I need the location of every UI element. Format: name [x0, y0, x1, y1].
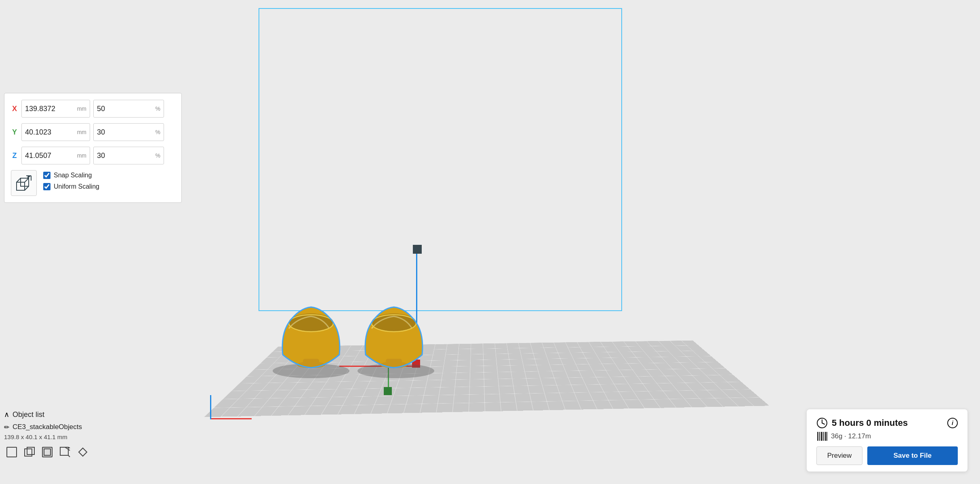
svg-rect-29: [817, 432, 818, 441]
left-panel: X mm % Y mm %: [0, 89, 182, 207]
object-size: 139.8 x 40.1 x 41.1 mm: [4, 433, 90, 440]
svg-rect-33: [825, 432, 826, 441]
object-list-label: Object list: [13, 410, 44, 419]
x-value-input-container[interactable]: mm: [21, 100, 90, 118]
uniform-scaling-checkbox[interactable]: [43, 183, 50, 190]
y-axis-label: Y: [11, 128, 18, 137]
info-panel: 5 hours 0 minutes i 36g · 12.17m Preview…: [806, 409, 968, 472]
z-scale-row: Z mm %: [11, 147, 175, 164]
y-unit-label: mm: [77, 129, 86, 135]
bowls-svg: [259, 290, 461, 379]
obj-icon-btn-3[interactable]: [40, 444, 55, 460]
svg-line-14: [25, 186, 29, 190]
svg-rect-32: [823, 432, 824, 441]
info-detail-text: 36g · 12.17m: [831, 432, 871, 440]
object-icons: [4, 444, 90, 460]
info-actions: Preview Save to File: [816, 446, 958, 465]
uniform-scaling-label: Uniform Scaling: [54, 183, 99, 190]
obj-icon-svg-1: [6, 446, 17, 458]
corner-z-axis: [210, 395, 211, 419]
x-unit-label: mm: [77, 105, 86, 112]
svg-rect-30: [819, 432, 820, 441]
obj-icon-btn-4[interactable]: [57, 444, 73, 460]
obj-icon-svg-4: [59, 446, 71, 458]
checkboxes: Snap Scaling Uniform Scaling: [43, 170, 99, 190]
svg-rect-17: [7, 447, 17, 457]
z-percent-label: %: [156, 152, 160, 159]
snap-scaling-checkbox[interactable]: [43, 172, 50, 179]
y-percent-field[interactable]: [97, 128, 141, 137]
object-name: CE3_stackableObjects: [13, 423, 82, 431]
x-value-field[interactable]: [25, 105, 69, 113]
bottom-left-panel: ∧ Object list ✏ CE3_stackableObjects 139…: [4, 410, 90, 460]
svg-rect-5: [303, 359, 319, 366]
z-unit-label: mm: [77, 152, 86, 159]
z-axis-label: Z: [11, 152, 18, 160]
obj-icon-btn-1[interactable]: [4, 444, 19, 460]
svg-line-12: [17, 178, 21, 182]
pencil-icon: ✏: [4, 423, 9, 431]
x-percent-field[interactable]: [97, 105, 141, 113]
x-percent-input-container[interactable]: %: [93, 100, 164, 118]
obj-icon-btn-5[interactable]: [75, 444, 90, 460]
x-scale-row: X mm %: [11, 100, 175, 118]
chevron-up-icon: ∧: [4, 410, 9, 419]
svg-line-25: [68, 455, 70, 457]
snap-scaling-label: Snap Scaling: [54, 172, 92, 179]
obj-icon-svg-2: [24, 446, 35, 458]
uniform-scaling-row: Uniform Scaling: [43, 183, 99, 190]
wireframe-box: [259, 8, 622, 311]
z-value-input-container[interactable]: mm: [21, 147, 90, 164]
clock-icon: [816, 417, 828, 429]
obj-icon-btn-2[interactable]: [22, 444, 37, 460]
y-percent-label: %: [156, 129, 160, 135]
y-scale-row: Y mm %: [11, 123, 175, 141]
svg-rect-19: [27, 447, 34, 455]
save-button[interactable]: Save to File: [867, 446, 958, 465]
info-time-container: 5 hours 0 minutes: [816, 417, 908, 429]
scale-panel: X mm % Y mm %: [4, 93, 182, 203]
info-time-row: 5 hours 0 minutes i: [816, 417, 958, 429]
z-value-field[interactable]: [25, 152, 69, 160]
obj-icon-svg-3: [42, 446, 53, 458]
info-time-text: 5 hours 0 minutes: [832, 418, 908, 428]
z-percent-input-container[interactable]: %: [93, 147, 164, 164]
handle-green-bottom[interactable]: [384, 387, 392, 395]
svg-rect-34: [826, 432, 827, 441]
scale-icon-svg: [16, 175, 32, 191]
y-value-input-container[interactable]: mm: [21, 123, 90, 141]
snap-scaling-row: Snap Scaling: [43, 172, 99, 179]
x-percent-label: %: [156, 105, 160, 112]
x-axis-label: X: [11, 105, 18, 113]
scale-icon-box: [11, 170, 37, 196]
preview-button[interactable]: Preview: [816, 446, 862, 465]
options-row: Snap Scaling Uniform Scaling: [11, 170, 175, 196]
object-item: ✏ CE3_stackableObjects: [4, 423, 90, 431]
svg-rect-9: [386, 359, 402, 366]
obj-icon-svg-5: [77, 446, 88, 458]
y-value-field[interactable]: [25, 128, 69, 137]
svg-rect-18: [25, 449, 32, 456]
svg-rect-31: [821, 432, 822, 441]
filament-icon: [816, 432, 828, 441]
svg-line-13: [25, 178, 29, 182]
y-percent-input-container[interactable]: %: [93, 123, 164, 141]
z-percent-field[interactable]: [97, 152, 141, 160]
object-list-header[interactable]: ∧ Object list: [4, 410, 90, 419]
info-circle-icon: i: [947, 418, 958, 428]
corner-x-axis: [211, 418, 252, 419]
info-detail-row: 36g · 12.17m: [816, 432, 958, 441]
handle-blue-top[interactable]: [413, 245, 422, 254]
svg-line-28: [822, 423, 824, 424]
viewport: X mm % Y mm %: [0, 0, 980, 484]
